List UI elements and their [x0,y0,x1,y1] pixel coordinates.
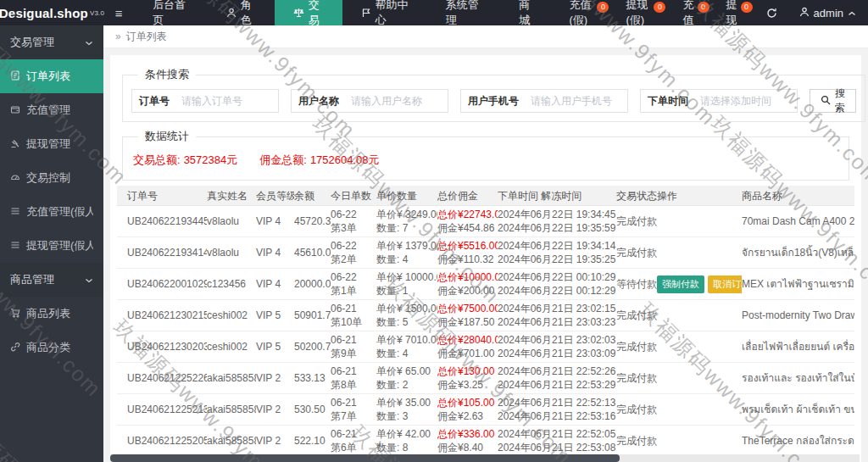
cell-times: 2024年06月21日 22:52:052024年06月21日 22:53:08 [498,426,616,456]
list-icon [10,240,20,253]
cell-total-commission: 总价¥336.00佣金¥8.40 [437,426,498,456]
cell-level: VIP 2 [256,432,294,449]
sidebar-item-withdraw-mgmt[interactable]: 提现管理 [0,127,103,161]
cell-price-qty: 单价¥ 7010.00数量: 4 [376,331,437,362]
topnav-system[interactable]: 系统管理 [427,0,500,25]
topnav-roles[interactable]: 角色 [208,0,275,25]
cell-product: TheTerrace กล่องใส่กระดาษทิชชู่ พร้อมที่… [742,432,854,449]
order-no-field-group: 订单号 [131,89,279,113]
sidebar-item-label: 充值管理 [26,103,70,118]
force-pay-button[interactable]: 强制付款 [657,276,704,293]
sidebar-item-label: 提现管理 [26,136,70,152]
withdraw-menu[interactable]: 提现 0 [713,0,756,25]
topnav-label: 商城 [519,0,537,28]
cell-day-orders: 06-22第3单 [331,206,376,237]
user-icon [799,7,810,19]
column-header: 操作 [657,187,742,204]
cell-total-commission: 总价¥5516.00佣金¥110.32 [437,237,498,268]
user-icon [226,8,236,18]
horizontal-scrollbar-thumb[interactable] [110,454,620,462]
count-badge: 0 [654,2,665,13]
cell-real-name: akai585858 [207,401,256,418]
cell-price-qty: 单价¥ 1379.00数量: 4 [376,237,437,268]
table-row: UB2406221934454633v8laoluVIP 445720.3206… [117,206,854,237]
field-label: 用户名称 [292,94,346,109]
table-header: 订单号真实姓名会员等级余额今日单数单价数量总价佣金下单时间 解冻时间交易状态操作… [117,186,854,206]
horizontal-scrollbar [110,454,860,462]
hamburger-icon[interactable]: ≡ [103,0,134,25]
user-phone-input[interactable] [526,90,627,112]
sidebar-item-goods-category[interactable]: 商品分类 [0,331,103,365]
refresh-icon[interactable] [756,0,787,25]
cell-times: 2024年06月21日 22:52:132024年06月21日 22:53:16 [498,394,616,425]
cell-order-no: UB2406220010293956 [117,276,207,292]
topnav-mall[interactable]: 商城 [500,0,555,25]
topnav-label: 角色 [241,0,256,28]
sidebar-item-order-list[interactable]: 订单列表 [0,59,103,93]
cell-order-no: UB2406212252262859 [117,370,207,387]
cell-actions: 强制付款取消订单 [657,274,742,295]
sidebar-item-trade-control[interactable]: 交易控制 [0,161,103,195]
cell-status: 完成付款 [616,338,657,355]
sidebar-item-recharge-mgmt[interactable]: 充值管理 [0,93,103,127]
topnav-trade[interactable]: 交易 [275,0,342,25]
topnav-home[interactable]: 后台首页 [134,0,207,25]
topbar: Desigual.shop V3.0 ≡ 后台首页 角色 交易 帮助中心 系统管… [0,0,868,25]
cell-order-no: UB2406221934143236 [117,244,207,261]
order-no-input[interactable] [176,90,278,112]
scales-icon [293,8,304,18]
cancel-order-button[interactable]: 取消订单 [708,276,742,293]
admin-screen: Desigual.shop V3.0 ≡ 后台首页 角色 交易 帮助中心 系统管… [0,0,868,462]
admin-username: admin [814,7,843,19]
cell-order-no: UB2406212252137898 [117,401,207,418]
order-time-field-group: 下单时间 [640,89,798,113]
table-row: UB2406212252137898akai585858VIP 2530.500… [117,394,854,426]
cell-status: 完成付款 [616,213,657,230]
recharge-fake-menu[interactable]: 充值(假) 0 [555,0,612,25]
table-row: UB2406212252262859akai585858VIP 2533.130… [117,363,854,394]
group-label: 商品管理 [10,272,54,287]
withdraw-fake-menu[interactable]: 提现(假) 0 [612,0,669,25]
order-time-input[interactable] [695,90,797,112]
column-header: 会员等级 [256,187,294,204]
topnav-help[interactable]: 帮助中心 [342,0,427,25]
order-list-card: 条件搜索 订单号 用户名称 用户手机号 下单时间 [110,55,861,462]
cell-status: 完成付款 [616,244,657,261]
user-name-field-group: 用户名称 [291,89,448,113]
sidebar: 交易管理 订单列表 充值管理 提现管理 交易控制 充值管理(假人) 提现管理(假… [0,25,103,462]
sidebar-item-recharge-fake[interactable]: 充值管理(假人) [0,195,103,229]
cell-times: 2024年06月22日 19:34:452024年06月22日 19:35:59 [498,206,616,237]
table-row: UB2406212252059070akai585858VIP 2522.100… [117,426,854,457]
sidebar-item-goods-list[interactable]: 商品列表 [0,297,103,331]
sidebar-group-trade[interactable]: 交易管理 [0,25,103,59]
gauge-icon [10,172,20,185]
cell-price-qty: 单价¥ 65.00数量: 2 [376,363,437,393]
cell-times: 2024年06月22日 19:34:142024年06月22日 19:35:25 [498,237,616,268]
user-name-input[interactable] [346,90,448,112]
cell-level: VIP 5 [256,338,294,355]
cell-day-orders: 06-21第6单 [331,426,376,456]
breadcrumb-icon: » [115,31,121,42]
app-version: V3.0 [90,9,104,17]
cell-day-orders: 06-21第7单 [331,394,376,425]
search-row: 订单号 用户名称 用户手机号 下单时间 [131,89,856,113]
cell-balance: 530.50 [294,401,331,418]
sidebar-group-goods[interactable]: 商品管理 [0,263,103,297]
cell-total-commission: 总价¥105.00佣金¥2.63 [437,394,498,425]
cell-times: 2024年06月21日 23:02:032024年06月21日 23:03:09 [498,331,616,362]
topnav-label: 交易 [309,0,324,28]
count-badge: 0 [698,2,709,13]
cell-price-qty: 单价¥ 35.00数量: 3 [376,394,437,425]
cell-balance: 45720.32 [294,213,331,230]
recharge-menu[interactable]: 充值 0 [669,0,712,25]
column-header: 今日单数 [331,187,376,204]
cell-price-qty: 单价¥ 42.00数量: 8 [376,426,437,456]
commission-total: 佣金总额:1752604.08元 [259,153,379,168]
cell-product: MEX เตาไฟฟ้าฐานเซรามิก 4 หัวเตา รุ่น HVC… [742,276,854,292]
search-button[interactable]: 搜索 [810,89,856,113]
menu-label: 提现 [726,0,743,28]
admin-user-menu[interactable]: admin [787,0,868,25]
cell-order-no: UB2406212252059070 [117,432,207,449]
sidebar-item-withdraw-fake[interactable]: 提现管理(假人) [0,229,103,263]
table-row: UB2406212302158445ceshi002VIP 550901.780… [117,300,854,331]
